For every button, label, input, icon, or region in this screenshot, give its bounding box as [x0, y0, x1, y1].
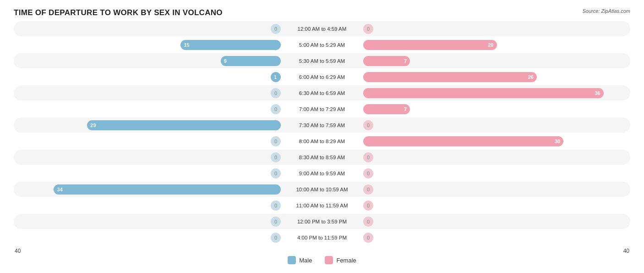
- bar-female-value: 7: [401, 106, 410, 112]
- bar-male: 15: [180, 40, 281, 50]
- bar-female-zero: 0: [363, 201, 373, 211]
- row-label: 11:00 AM to 11:59 AM: [281, 203, 363, 208]
- bar-female-value: 30: [551, 139, 563, 144]
- bar-female-zero: 0: [363, 152, 373, 162]
- bar-male-zero: 0: [271, 201, 281, 211]
- bar-male-value: 9: [221, 58, 230, 64]
- bar-female: 7: [363, 56, 410, 66]
- chart-row: 10:00 AM to 10:59 AM340: [14, 182, 630, 197]
- bar-female: 26: [363, 72, 537, 82]
- row-label: 8:00 AM to 8:29 AM: [281, 139, 363, 144]
- bar-male-zero: 0: [271, 152, 281, 162]
- legend-female-label: Female: [336, 257, 356, 264]
- bar-female: 7: [363, 104, 410, 114]
- bar-female: 36: [363, 88, 604, 98]
- chart-row: 12:00 AM to 4:59 AM00: [14, 21, 630, 36]
- bar-male-zero: 0: [271, 168, 281, 178]
- row-label: 9:00 AM to 9:59 AM: [281, 171, 363, 176]
- bar-female-zero: 0: [363, 184, 373, 195]
- bar-female-zero: 0: [363, 24, 373, 34]
- chart-row: 11:00 AM to 11:59 AM00: [14, 198, 630, 213]
- axis-labels: 40 40: [14, 248, 630, 254]
- bar-female-zero: 0: [363, 120, 373, 130]
- bar-female-zero: 0: [363, 217, 373, 227]
- chart-row: 5:00 AM to 5:29 AM1520: [14, 37, 630, 52]
- bar-male-value: 1: [271, 74, 280, 80]
- chart-container: TIME OF DEPARTURE TO WORK BY SEX IN VOLC…: [0, 0, 644, 273]
- bar-male-zero: 0: [271, 104, 281, 114]
- bar-female: 20: [363, 40, 497, 50]
- axis-right: 40: [623, 248, 629, 254]
- bar-male-value: 15: [180, 42, 192, 48]
- row-label: 6:00 AM to 6:29 AM: [281, 74, 363, 80]
- chart-row: 7:30 AM to 7:59 AM290: [14, 117, 630, 133]
- bar-male-zero: 0: [271, 233, 281, 243]
- bar-male-value: 34: [54, 187, 65, 192]
- bar-female-zero: 0: [363, 168, 373, 178]
- row-label: 5:30 AM to 5:59 AM: [281, 58, 363, 64]
- row-label: 10:00 AM to 10:59 AM: [281, 187, 363, 192]
- chart-row: 8:30 AM to 8:59 AM00: [14, 150, 630, 165]
- bar-male-zero: 0: [271, 217, 281, 227]
- bar-female-value: 20: [485, 42, 497, 48]
- bar-male-zero: 0: [271, 88, 281, 98]
- row-label: 12:00 PM to 3:59 PM: [281, 219, 363, 224]
- chart-row: 9:00 AM to 9:59 AM00: [14, 166, 630, 181]
- row-label: 5:00 AM to 5:29 AM: [281, 42, 363, 48]
- bar-male-zero: 0: [271, 136, 281, 146]
- chart-row: 4:00 PM to 11:59 PM00: [14, 230, 630, 245]
- bar-male-value: 29: [87, 123, 99, 128]
- bar-male: 9: [221, 56, 281, 66]
- bar-male: 1: [271, 72, 281, 82]
- row-label: 8:30 AM to 8:59 AM: [281, 155, 363, 160]
- chart-area: 12:00 AM to 4:59 AM005:00 AM to 5:29 AM1…: [14, 21, 630, 245]
- chart-row: 12:00 PM to 3:59 PM00: [14, 214, 630, 229]
- bar-male: 34: [54, 184, 281, 195]
- row-label: 6:30 AM to 6:59 AM: [281, 90, 363, 96]
- bar-female-value: 7: [401, 58, 410, 64]
- chart-row: 7:00 AM to 7:29 AM07: [14, 101, 630, 117]
- chart-row: 6:30 AM to 6:59 AM036: [14, 85, 630, 100]
- row-label: 12:00 AM to 4:59 AM: [281, 26, 363, 32]
- legend: Male Female: [14, 256, 630, 264]
- bar-female-zero: 0: [363, 233, 373, 243]
- axis-left: 40: [15, 248, 21, 254]
- source-label: Source: ZipAtlas.com: [582, 8, 630, 14]
- legend-female-dot: [325, 256, 333, 264]
- legend-male-dot: [288, 256, 296, 264]
- bar-female-value: 36: [591, 90, 603, 96]
- chart-row: 6:00 AM to 6:29 AM126: [14, 69, 630, 84]
- chart-row: 8:00 AM to 8:29 AM030: [14, 134, 630, 149]
- bar-female: 30: [363, 136, 563, 146]
- row-label: 4:00 PM to 11:59 PM: [281, 235, 363, 240]
- bar-male-zero: 0: [271, 24, 281, 34]
- legend-male-label: Male: [299, 257, 312, 264]
- row-label: 7:00 AM to 7:29 AM: [281, 106, 363, 112]
- chart-title: TIME OF DEPARTURE TO WORK BY SEX IN VOLC…: [14, 8, 630, 17]
- chart-row: 5:30 AM to 5:59 AM97: [14, 53, 630, 68]
- row-label: 7:30 AM to 7:59 AM: [281, 123, 363, 128]
- bar-male: 29: [87, 120, 281, 130]
- legend-female: Female: [325, 256, 356, 264]
- legend-male: Male: [288, 256, 312, 264]
- bar-female-value: 26: [525, 74, 537, 80]
